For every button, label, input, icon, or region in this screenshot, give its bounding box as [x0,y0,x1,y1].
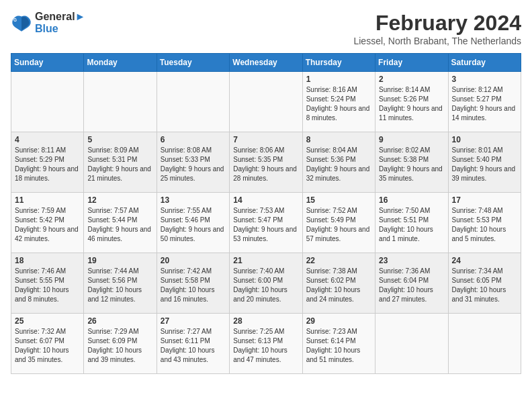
day-number: 29 [306,316,371,326]
calendar-body: 1Sunrise: 8:16 AM Sunset: 5:24 PM Daylig… [11,72,521,374]
day-number: 14 [233,195,298,205]
day-number: 9 [379,135,444,144]
calendar-cell [375,314,448,374]
day-number: 27 [161,316,226,326]
day-number: 8 [306,135,371,144]
calendar-cell: 10Sunrise: 8:01 AM Sunset: 5:40 PM Dayli… [448,132,521,193]
day-info: Sunrise: 8:16 AM Sunset: 5:24 PM Dayligh… [306,85,371,123]
day-info: Sunrise: 8:14 AM Sunset: 5:26 PM Dayligh… [379,85,444,123]
day-info: Sunrise: 8:06 AM Sunset: 5:35 PM Dayligh… [233,146,298,183]
day-number: 6 [161,135,226,144]
day-number: 7 [233,135,298,144]
logo-icon: G [11,12,32,34]
day-number: 3 [452,75,517,84]
day-info: Sunrise: 8:01 AM Sunset: 5:40 PM Dayligh… [452,146,517,183]
day-info: Sunrise: 7:27 AM Sunset: 6:11 PM Dayligh… [161,327,226,365]
calendar-week-2: 4Sunrise: 8:11 AM Sunset: 5:29 PM Daylig… [11,132,521,193]
calendar-cell: 2Sunrise: 8:14 AM Sunset: 5:26 PM Daylig… [375,72,448,132]
calendar-cell [157,72,229,132]
calendar-week-5: 25Sunrise: 7:32 AM Sunset: 6:07 PM Dayli… [11,314,521,374]
calendar-cell: 7Sunrise: 8:06 AM Sunset: 5:35 PM Daylig… [230,132,302,193]
page-header: G General► Blue February 2024 Liessel, N… [11,11,521,46]
header-thursday: Thursday [302,54,375,72]
day-info: Sunrise: 7:32 AM Sunset: 6:07 PM Dayligh… [15,327,80,365]
day-number: 15 [306,195,371,205]
day-number: 17 [452,195,517,205]
day-info: Sunrise: 7:53 AM Sunset: 5:47 PM Dayligh… [233,206,298,244]
calendar-cell: 11Sunrise: 7:59 AM Sunset: 5:42 PM Dayli… [11,193,84,253]
calendar-cell: 17Sunrise: 7:48 AM Sunset: 5:53 PM Dayli… [448,193,521,253]
header-sunday: Sunday [11,54,84,72]
day-number: 21 [233,256,298,265]
day-number: 4 [15,135,80,144]
calendar-cell: 27Sunrise: 7:27 AM Sunset: 6:11 PM Dayli… [157,314,229,374]
day-info: Sunrise: 7:40 AM Sunset: 6:00 PM Dayligh… [233,267,298,304]
calendar-cell [448,314,521,374]
header-wednesday: Wednesday [230,54,302,72]
calendar-cell: 23Sunrise: 7:36 AM Sunset: 6:04 PM Dayli… [375,253,448,314]
day-info: Sunrise: 7:46 AM Sunset: 5:55 PM Dayligh… [15,267,80,304]
location: Liessel, North Brabant, The Netherlands [353,36,521,46]
day-number: 12 [87,195,152,205]
day-info: Sunrise: 7:42 AM Sunset: 5:58 PM Dayligh… [161,267,226,304]
day-info: Sunrise: 7:50 AM Sunset: 5:51 PM Dayligh… [379,206,444,244]
day-info: Sunrise: 8:11 AM Sunset: 5:29 PM Dayligh… [15,146,80,183]
calendar-cell: 1Sunrise: 8:16 AM Sunset: 5:24 PM Daylig… [302,72,375,132]
day-number: 5 [87,135,152,144]
calendar-cell: 24Sunrise: 7:34 AM Sunset: 6:05 PM Dayli… [448,253,521,314]
calendar-cell: 8Sunrise: 8:04 AM Sunset: 5:36 PM Daylig… [302,132,375,193]
day-info: Sunrise: 7:29 AM Sunset: 6:09 PM Dayligh… [87,327,152,365]
calendar-cell: 12Sunrise: 7:57 AM Sunset: 5:44 PM Dayli… [84,193,157,253]
day-number: 22 [306,256,371,265]
day-number: 13 [161,195,226,205]
calendar-cell: 14Sunrise: 7:53 AM Sunset: 5:47 PM Dayli… [230,193,302,253]
calendar-cell: 29Sunrise: 7:23 AM Sunset: 6:14 PM Dayli… [302,314,375,374]
day-info: Sunrise: 8:04 AM Sunset: 5:36 PM Dayligh… [306,146,371,183]
day-number: 11 [15,195,80,205]
day-info: Sunrise: 7:48 AM Sunset: 5:53 PM Dayligh… [452,206,517,244]
calendar-cell: 28Sunrise: 7:25 AM Sunset: 6:13 PM Dayli… [230,314,302,374]
day-info: Sunrise: 7:57 AM Sunset: 5:44 PM Dayligh… [87,206,152,244]
calendar-cell: 25Sunrise: 7:32 AM Sunset: 6:07 PM Dayli… [11,314,84,374]
calendar-cell: 16Sunrise: 7:50 AM Sunset: 5:51 PM Dayli… [375,193,448,253]
day-number: 20 [161,256,226,265]
calendar-cell: 21Sunrise: 7:40 AM Sunset: 6:00 PM Dayli… [230,253,302,314]
day-info: Sunrise: 7:38 AM Sunset: 6:02 PM Dayligh… [306,267,371,304]
day-info: Sunrise: 7:52 AM Sunset: 5:49 PM Dayligh… [306,206,371,244]
calendar-cell: 9Sunrise: 8:02 AM Sunset: 5:38 PM Daylig… [375,132,448,193]
day-number: 10 [452,135,517,144]
header-saturday: Saturday [448,54,521,72]
calendar-cell: 20Sunrise: 7:42 AM Sunset: 5:58 PM Dayli… [157,253,229,314]
day-info: Sunrise: 8:08 AM Sunset: 5:33 PM Dayligh… [161,146,226,183]
logo: G General► Blue [11,11,85,35]
title-block: February 2024 Liessel, North Brabant, Th… [353,11,521,46]
calendar-cell: 6Sunrise: 8:08 AM Sunset: 5:33 PM Daylig… [157,132,229,193]
day-number: 19 [87,256,152,265]
day-info: Sunrise: 7:36 AM Sunset: 6:04 PM Dayligh… [379,267,444,304]
calendar-cell [84,72,157,132]
calendar-cell [230,72,302,132]
day-info: Sunrise: 7:44 AM Sunset: 5:56 PM Dayligh… [87,267,152,304]
calendar-cell: 4Sunrise: 8:11 AM Sunset: 5:29 PM Daylig… [11,132,84,193]
calendar-cell: 5Sunrise: 8:09 AM Sunset: 5:31 PM Daylig… [84,132,157,193]
header-monday: Monday [84,54,157,72]
day-number: 28 [233,316,298,326]
month-title: February 2024 [353,11,521,36]
day-info: Sunrise: 8:12 AM Sunset: 5:27 PM Dayligh… [452,85,517,123]
day-info: Sunrise: 7:55 AM Sunset: 5:46 PM Dayligh… [161,206,226,244]
day-number: 25 [15,316,80,326]
day-number: 2 [379,75,444,84]
calendar-cell [11,72,84,132]
calendar-week-3: 11Sunrise: 7:59 AM Sunset: 5:42 PM Dayli… [11,193,521,253]
day-number: 18 [15,256,80,265]
day-info: Sunrise: 7:25 AM Sunset: 6:13 PM Dayligh… [233,327,298,365]
day-number: 24 [452,256,517,265]
calendar-header: Sunday Monday Tuesday Wednesday Thursday… [11,54,521,72]
calendar-cell: 13Sunrise: 7:55 AM Sunset: 5:46 PM Dayli… [157,193,229,253]
calendar-cell: 22Sunrise: 7:38 AM Sunset: 6:02 PM Dayli… [302,253,375,314]
header-row: Sunday Monday Tuesday Wednesday Thursday… [11,54,521,72]
header-tuesday: Tuesday [157,54,229,72]
calendar-cell: 15Sunrise: 7:52 AM Sunset: 5:49 PM Dayli… [302,193,375,253]
header-friday: Friday [375,54,448,72]
day-info: Sunrise: 7:59 AM Sunset: 5:42 PM Dayligh… [15,206,80,244]
